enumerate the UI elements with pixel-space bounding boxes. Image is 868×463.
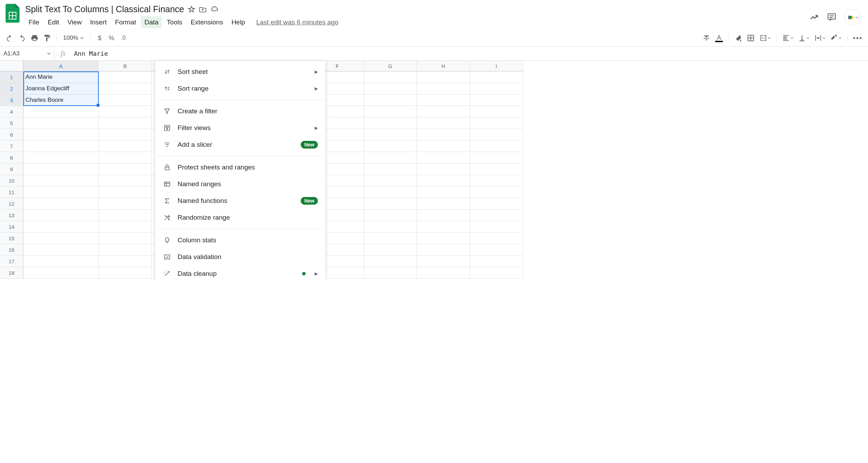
text-color-button[interactable]: A bbox=[714, 32, 724, 44]
menu-randomize-range[interactable]: Randomize range bbox=[155, 209, 326, 226]
valign-button[interactable] bbox=[797, 32, 811, 44]
cell-H1[interactable] bbox=[417, 71, 470, 83]
cell-G17[interactable] bbox=[364, 256, 417, 267]
row-header-9[interactable]: 9 bbox=[0, 164, 23, 175]
menu-extensions[interactable]: Extensions bbox=[187, 16, 226, 28]
percent-button[interactable]: % bbox=[106, 32, 116, 44]
cell-H16[interactable] bbox=[417, 244, 470, 256]
cell-G2[interactable] bbox=[364, 83, 417, 94]
row-header-8[interactable]: 8 bbox=[0, 152, 23, 164]
row-header-1[interactable]: 1 bbox=[0, 71, 23, 83]
paint-format-button[interactable] bbox=[42, 32, 52, 44]
row-header-14[interactable]: 14 bbox=[0, 221, 23, 233]
cell-I3[interactable] bbox=[470, 94, 523, 106]
menu-create-a-filter[interactable]: Create a filter bbox=[155, 103, 326, 120]
cell-A2[interactable]: Joanna Edgecliff bbox=[23, 83, 99, 94]
cell-G13[interactable] bbox=[364, 210, 417, 221]
row-header-17[interactable]: 17 bbox=[0, 256, 23, 267]
col-header-G[interactable]: G bbox=[364, 61, 417, 71]
cell-H6[interactable] bbox=[417, 129, 470, 141]
print-button[interactable] bbox=[29, 32, 40, 44]
cell-H15[interactable] bbox=[417, 233, 470, 244]
cell-G11[interactable] bbox=[364, 187, 417, 198]
cell-A17[interactable] bbox=[23, 256, 99, 267]
cell-A9[interactable] bbox=[23, 164, 99, 175]
cell-H7[interactable] bbox=[417, 141, 470, 152]
cell-A1[interactable]: Ann Marie bbox=[23, 71, 99, 83]
cell-I6[interactable] bbox=[470, 129, 523, 141]
row-header-18[interactable]: 18 bbox=[0, 267, 23, 279]
cell-I17[interactable] bbox=[470, 256, 523, 267]
cell-A15[interactable] bbox=[23, 233, 99, 244]
menu-add-a-slicer[interactable]: Add a slicerNew bbox=[155, 136, 326, 153]
row-header-16[interactable]: 16 bbox=[0, 244, 23, 256]
star-icon[interactable] bbox=[188, 6, 195, 13]
cell-B1[interactable] bbox=[99, 71, 152, 83]
halign-button[interactable] bbox=[781, 32, 795, 44]
cell-B6[interactable] bbox=[99, 129, 152, 141]
strikethrough-button[interactable] bbox=[701, 32, 712, 44]
cell-B18[interactable] bbox=[99, 267, 152, 279]
cell-B4[interactable] bbox=[99, 106, 152, 117]
menu-edit[interactable]: Edit bbox=[44, 16, 63, 28]
row-header-11[interactable]: 11 bbox=[0, 187, 23, 198]
doc-title[interactable]: Split Text To Columns | Classical Financ… bbox=[25, 4, 184, 14]
cell-H8[interactable] bbox=[417, 152, 470, 164]
cell-G1[interactable] bbox=[364, 71, 417, 83]
cell-B12[interactable] bbox=[99, 198, 152, 210]
sheets-logo[interactable] bbox=[4, 3, 21, 24]
comment-icon[interactable] bbox=[827, 12, 837, 23]
menu-sort-sheet[interactable]: Sort sheet▶ bbox=[155, 63, 326, 80]
cell-I5[interactable] bbox=[470, 117, 523, 129]
more-button[interactable]: ••• bbox=[852, 32, 864, 44]
cell-A3[interactable]: Charles Boore bbox=[23, 94, 99, 106]
cell-G4[interactable] bbox=[364, 106, 417, 117]
cell-B16[interactable] bbox=[99, 244, 152, 256]
menu-named-functions[interactable]: Named functionsNew bbox=[155, 192, 326, 209]
cell-A12[interactable] bbox=[23, 198, 99, 210]
cell-H13[interactable] bbox=[417, 210, 470, 221]
zoom-select[interactable]: 100% bbox=[61, 35, 86, 41]
cell-I1[interactable] bbox=[470, 71, 523, 83]
cell-G12[interactable] bbox=[364, 198, 417, 210]
cell-H11[interactable] bbox=[417, 187, 470, 198]
cell-A16[interactable] bbox=[23, 244, 99, 256]
cell-G3[interactable] bbox=[364, 94, 417, 106]
cell-A8[interactable] bbox=[23, 152, 99, 164]
menu-data-cleanup[interactable]: Data cleanup▶ bbox=[155, 265, 326, 279]
row-header-7[interactable]: 7 bbox=[0, 141, 23, 152]
row-header-12[interactable]: 12 bbox=[0, 198, 23, 210]
cell-I15[interactable] bbox=[470, 233, 523, 244]
row-header-10[interactable]: 10 bbox=[0, 175, 23, 187]
cell-H18[interactable] bbox=[417, 267, 470, 279]
borders-button[interactable] bbox=[746, 32, 756, 44]
cell-G16[interactable] bbox=[364, 244, 417, 256]
menu-file[interactable]: File bbox=[25, 16, 43, 28]
cell-G18[interactable] bbox=[364, 267, 417, 279]
cell-H12[interactable] bbox=[417, 198, 470, 210]
menu-data-validation[interactable]: Data validation bbox=[155, 249, 326, 265]
row-header-5[interactable]: 5 bbox=[0, 117, 23, 129]
cell-A13[interactable] bbox=[23, 210, 99, 221]
cell-H17[interactable] bbox=[417, 256, 470, 267]
rotate-button[interactable] bbox=[829, 32, 843, 44]
menu-protect-sheets-and-ranges[interactable]: Protect sheets and ranges bbox=[155, 159, 326, 176]
cell-B9[interactable] bbox=[99, 164, 152, 175]
cell-B7[interactable] bbox=[99, 141, 152, 152]
cell-B8[interactable] bbox=[99, 152, 152, 164]
cell-G9[interactable] bbox=[364, 164, 417, 175]
cell-I10[interactable] bbox=[470, 175, 523, 187]
row-header-4[interactable]: 4 bbox=[0, 106, 23, 117]
cell-I11[interactable] bbox=[470, 187, 523, 198]
formula-input[interactable]: Ann Marie bbox=[72, 50, 868, 57]
wrap-button[interactable] bbox=[813, 32, 827, 44]
col-header-A[interactable]: A bbox=[23, 61, 99, 71]
trend-icon[interactable] bbox=[809, 12, 819, 23]
cell-G6[interactable] bbox=[364, 129, 417, 141]
cell-G10[interactable] bbox=[364, 175, 417, 187]
fill-color-button[interactable] bbox=[733, 32, 743, 44]
cell-I14[interactable] bbox=[470, 221, 523, 233]
cell-I12[interactable] bbox=[470, 198, 523, 210]
cell-B15[interactable] bbox=[99, 233, 152, 244]
col-header-I[interactable]: I bbox=[470, 61, 523, 71]
